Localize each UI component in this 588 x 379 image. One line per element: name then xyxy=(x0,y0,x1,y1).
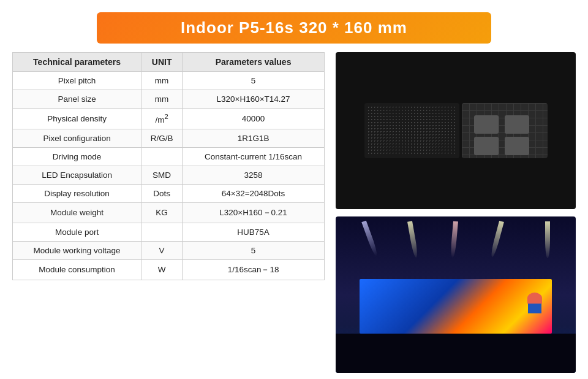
light-beam-5 xyxy=(545,221,550,258)
table-row: LED EncapsulationSMD3258 xyxy=(13,166,325,184)
cell-param: Physical density xyxy=(13,109,141,129)
cell-value: 5 xyxy=(183,72,325,90)
cell-unit: mm xyxy=(141,72,183,90)
table-header-row: Technical parameters UNIT Parameters val… xyxy=(13,53,325,72)
table-row: Module weightKGL320×H160－0.21 xyxy=(13,202,325,223)
table-row: Module consumptionW1/16scan－18 xyxy=(13,259,325,280)
cell-value: 40000 xyxy=(183,109,325,129)
cell-param: Module weight xyxy=(13,202,141,223)
cell-param: Panel size xyxy=(13,90,141,109)
cell-unit: /m2 xyxy=(141,109,183,129)
table-container: Technical parameters UNIT Parameters val… xyxy=(12,52,325,373)
cell-unit: R/G/B xyxy=(141,129,183,147)
cell-unit: V xyxy=(141,241,183,259)
audience-silhouette xyxy=(336,334,576,373)
light-beam-1 xyxy=(361,220,379,256)
cell-value: 1/16scan－18 xyxy=(183,259,325,280)
led-module-image xyxy=(336,52,576,209)
mario-figure xyxy=(524,293,546,320)
cell-value: L320×H160－0.21 xyxy=(183,202,325,223)
table-row: Module working voltageV5 xyxy=(13,241,325,259)
cell-value: Constant-current 1/16scan xyxy=(183,147,325,166)
col-header-value: Parameters values xyxy=(183,53,325,72)
cell-unit: Dots xyxy=(141,184,183,202)
cell-param: Pixel configuration xyxy=(13,129,141,147)
specs-table: Technical parameters UNIT Parameters val… xyxy=(12,52,325,280)
cell-param: Driving mode xyxy=(13,147,141,166)
cell-param: Module working voltage xyxy=(13,241,141,259)
mario-body xyxy=(528,304,541,313)
title-banner: Indoor P5-16s 320 * 160 mm xyxy=(97,12,491,44)
cell-param: Pixel pitch xyxy=(13,72,141,90)
table-row: Physical density/m240000 xyxy=(13,109,325,129)
light-beam-4 xyxy=(490,220,504,257)
cell-unit: W xyxy=(141,259,183,280)
cell-unit xyxy=(141,223,183,241)
light-beam-2 xyxy=(407,221,418,258)
cell-unit: SMD xyxy=(141,166,183,184)
col-header-param: Technical parameters xyxy=(13,53,141,72)
cell-value: HUB75A xyxy=(183,223,325,241)
cell-value: L320×H160×T14.27 xyxy=(183,90,325,109)
table-row: Pixel pitchmm5 xyxy=(13,72,325,90)
images-container xyxy=(336,52,576,373)
cell-value: 3258 xyxy=(183,166,325,184)
cell-param: Display resolution xyxy=(13,184,141,202)
content-area: Technical parameters UNIT Parameters val… xyxy=(12,52,576,373)
title-text: Indoor P5-16s 320 * 160 mm xyxy=(181,18,407,37)
table-row: Driving modeConstant-current 1/16scan xyxy=(13,147,325,166)
col-header-unit: UNIT xyxy=(141,53,183,72)
cell-unit: mm xyxy=(141,90,183,109)
table-row: Panel sizemmL320×H160×T14.27 xyxy=(13,90,325,109)
cell-unit: KG xyxy=(141,202,183,223)
table-row: Module portHUB75A xyxy=(13,223,325,241)
page-wrapper: Indoor P5-16s 320 * 160 mm Technical par… xyxy=(0,0,588,379)
mario-head xyxy=(527,293,542,304)
table-row: Display resolutionDots64×32=2048Dots xyxy=(13,184,325,202)
cell-param: Module consumption xyxy=(13,259,141,280)
light-beam-3 xyxy=(450,221,458,258)
table-row: Pixel configurationR/G/B1R1G1B xyxy=(13,129,325,147)
stage-lights xyxy=(336,216,576,279)
led-circuit-board xyxy=(462,103,548,158)
cell-value: 1R1G1B xyxy=(183,129,325,147)
led-display-image xyxy=(336,216,576,373)
cell-unit xyxy=(141,147,183,166)
cell-value: 64×32=2048Dots xyxy=(183,184,325,202)
cell-value: 5 xyxy=(183,241,325,259)
cell-param: Module port xyxy=(13,223,141,241)
led-screen-display xyxy=(360,279,552,334)
cell-param: LED Encapsulation xyxy=(13,166,141,184)
led-dot-grid xyxy=(364,103,459,158)
